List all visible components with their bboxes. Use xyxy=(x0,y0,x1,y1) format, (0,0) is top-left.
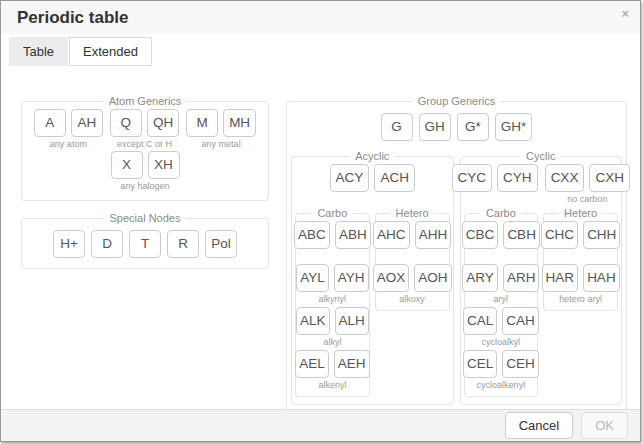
button-cbh[interactable]: CBH xyxy=(503,221,540,249)
dialog-footer: Cancel OK xyxy=(1,409,640,441)
button-group-except-c-or-h: Q QH except C or H xyxy=(110,109,179,150)
button-g-star[interactable]: G* xyxy=(457,113,489,141)
cyclic-hetero-legend: Hetero xyxy=(558,207,603,219)
button-h-plus[interactable]: H+ xyxy=(53,230,85,258)
close-icon[interactable]: × xyxy=(621,7,629,20)
button-ceh[interactable]: CEH xyxy=(502,350,539,378)
button-group-cycloalkenyl: CEL CEH cycloalkenyl xyxy=(463,350,539,391)
button-m[interactable]: M xyxy=(186,109,218,137)
group-caption: cycloalkenyl xyxy=(477,379,526,391)
cancel-button[interactable]: Cancel xyxy=(505,412,573,439)
acyclic-top-row: ACY ACH xyxy=(295,164,450,205)
acyclic-subgroups: Carbo ABC ABH AYL xyxy=(295,207,450,397)
button-group-cyclic: CYC CYH xyxy=(452,164,538,205)
cyclic-subgroups: Carbo CBC CBH ARY xyxy=(464,207,619,397)
button-chh[interactable]: CHH xyxy=(583,221,620,249)
button-group: CHC CHH xyxy=(541,221,621,262)
acyclic-cyclic-row: Acyclic ACY ACH Carbo xyxy=(291,150,622,405)
button-pol[interactable]: Pol xyxy=(205,230,237,258)
button-group-any-halogen: X XH any halogen xyxy=(111,151,180,192)
tab-bar: TableExtended xyxy=(1,34,640,66)
button-cel[interactable]: CEL xyxy=(463,350,497,378)
group-caption: aryl xyxy=(494,293,509,305)
dialog-content: Atom Generics A AH any atom Q QH xyxy=(1,66,640,409)
button-ayl[interactable]: AYL xyxy=(296,264,329,292)
button-acy[interactable]: ACY xyxy=(330,164,370,192)
button-abh[interactable]: ABH xyxy=(335,221,371,249)
group-caption: alkenyl xyxy=(318,379,346,391)
button-group-alkoxy: AOX AOH alkoxy xyxy=(373,264,452,305)
cyclic-top-row: CYC CYH CXX CXH no carbon xyxy=(464,164,619,205)
button-xh[interactable]: XH xyxy=(148,151,180,179)
button-group-no-carbon: CXX CXH no carbon xyxy=(545,164,630,205)
button-ary[interactable]: ARY xyxy=(462,264,498,292)
periodic-table-dialog: Periodic table × TableExtended Atom Gene… xyxy=(0,0,641,442)
acyclic-carbo-fieldset: Carbo ABC ABH AYL xyxy=(295,207,370,397)
button-cyh[interactable]: CYH xyxy=(497,164,538,192)
button-ah[interactable]: AH xyxy=(71,109,103,137)
button-har[interactable]: HAR xyxy=(542,264,579,292)
group-caption: alkynyl xyxy=(319,293,347,305)
tab-table[interactable]: Table xyxy=(9,37,68,66)
button-g[interactable]: G xyxy=(381,113,413,141)
button-group: AHC AHH xyxy=(373,221,451,262)
button-gh[interactable]: GH xyxy=(419,113,451,141)
button-ach[interactable]: ACH xyxy=(374,164,415,192)
button-group-alkyl: ALK ALH alkyl xyxy=(296,307,369,348)
cyclic-fieldset: Cyclic CYC CYH CXX CXH xyxy=(460,150,623,405)
button-r[interactable]: R xyxy=(167,230,199,258)
special-nodes-row: H+ D T R Pol xyxy=(26,226,264,260)
group-caption: except C or H xyxy=(117,138,172,150)
button-ahh[interactable]: AHH xyxy=(415,221,452,249)
special-nodes-fieldset: Special Nodes H+ D T R Pol xyxy=(21,212,269,269)
button-cxh[interactable]: CXH xyxy=(589,164,630,192)
button-group-hetero-aryl: HAR HAH hetero aryl xyxy=(542,264,620,305)
button-alh[interactable]: ALH xyxy=(335,307,369,335)
button-aox[interactable]: AOX xyxy=(373,264,410,292)
atom-generics-legend: Atom Generics xyxy=(103,95,188,107)
button-abc[interactable]: ABC xyxy=(294,221,330,249)
atom-generics-fieldset: Atom Generics A AH any atom Q QH xyxy=(21,95,269,201)
button-x[interactable]: X xyxy=(111,151,143,179)
button-a[interactable]: A xyxy=(34,109,66,137)
group-caption: alkyl xyxy=(323,336,341,348)
group-caption: cycloalkyl xyxy=(482,336,521,348)
button-q[interactable]: Q xyxy=(110,109,142,137)
button-chc[interactable]: CHC xyxy=(541,221,578,249)
button-qh[interactable]: QH xyxy=(147,109,179,137)
dialog-header: Periodic table × xyxy=(1,1,640,34)
button-ael[interactable]: AEL xyxy=(295,350,329,378)
button-group-acyclic: ACY ACH xyxy=(330,164,415,205)
button-gh-star[interactable]: GH* xyxy=(495,113,533,141)
acyclic-hetero-fieldset: Hetero AHC AHH AOX xyxy=(375,207,450,311)
group-caption: any halogen xyxy=(120,180,169,192)
button-ayh[interactable]: AYH xyxy=(334,264,369,292)
cyclic-carbo-fieldset: Carbo CBC CBH ARY xyxy=(464,207,539,397)
tab-extended[interactable]: Extended xyxy=(69,37,152,66)
button-t[interactable]: T xyxy=(129,230,161,258)
button-arh[interactable]: ARH xyxy=(503,264,540,292)
button-cbc[interactable]: CBC xyxy=(462,221,499,249)
button-cyc[interactable]: CYC xyxy=(452,164,493,192)
button-alk[interactable]: ALK xyxy=(296,307,330,335)
cyclic-hetero-fieldset: Hetero CHC CHH HAR xyxy=(543,207,618,311)
acyclic-carbo-legend: Carbo xyxy=(311,207,353,219)
button-group: CBC CBH xyxy=(462,221,540,262)
button-cal[interactable]: CAL xyxy=(463,307,497,335)
button-aoh[interactable]: AOH xyxy=(414,264,451,292)
button-aeh[interactable]: AEH xyxy=(334,350,370,378)
button-d[interactable]: D xyxy=(91,230,123,258)
acyclic-legend: Acyclic xyxy=(349,150,395,162)
group-generics-fieldset: Group Generics G GH G* GH* Acyclic ACY A… xyxy=(286,95,627,409)
group-caption: alkoxy xyxy=(399,293,425,305)
left-column: Atom Generics A AH any atom Q QH xyxy=(21,95,269,269)
button-cah[interactable]: CAH xyxy=(502,307,539,335)
ok-button[interactable]: OK xyxy=(581,412,628,439)
button-ahc[interactable]: AHC xyxy=(373,221,410,249)
button-cxx[interactable]: CXX xyxy=(545,164,585,192)
button-group-aryl: ARY ARH aryl xyxy=(462,264,539,305)
group-caption: any metal xyxy=(202,138,241,150)
group-caption: any atom xyxy=(50,138,87,150)
button-hah[interactable]: HAH xyxy=(583,264,620,292)
button-mh[interactable]: MH xyxy=(223,109,256,137)
